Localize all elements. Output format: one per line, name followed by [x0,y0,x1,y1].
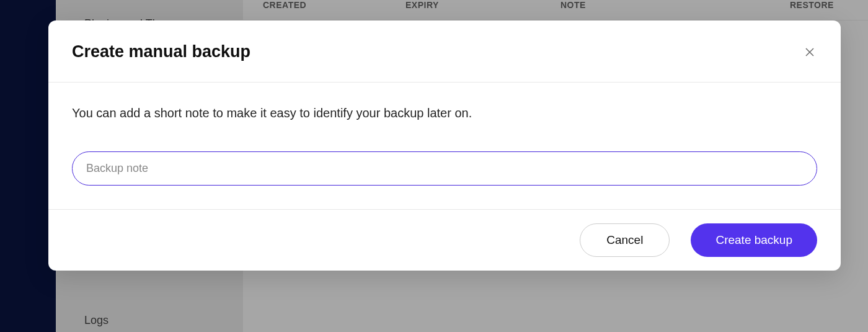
create-backup-modal: Create manual backup You can add a short… [48,20,841,271]
modal-description: You can add a short note to make it easy… [72,106,817,120]
close-icon [805,47,815,57]
modal-header: Create manual backup [48,20,841,83]
modal-footer: Cancel Create backup [48,210,841,271]
cancel-button[interactable]: Cancel [580,223,670,257]
create-backup-button[interactable]: Create backup [691,223,817,257]
modal-body: You can add a short note to make it easy… [48,83,841,210]
close-button[interactable] [802,45,817,60]
backup-note-input[interactable] [72,151,817,186]
modal-title: Create manual backup [72,42,250,61]
